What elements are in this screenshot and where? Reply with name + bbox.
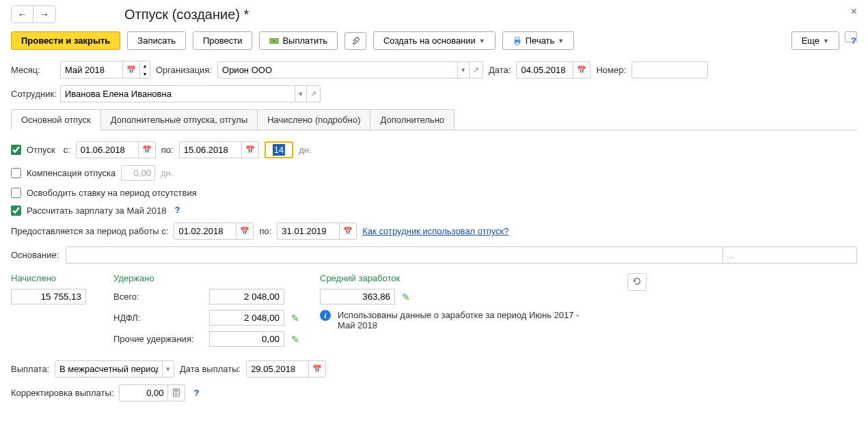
withheld-header: Удержано: [113, 273, 299, 283]
accrued-header: Начислено: [11, 273, 93, 283]
payout-date-label: Дата выплаты:: [180, 364, 241, 374]
org-input[interactable]: [218, 62, 457, 78]
tab-main-vacation[interactable]: Основной отпуск: [11, 109, 101, 130]
help-icon[interactable]: ?: [191, 388, 202, 399]
avg-earn-header: Средний заработок: [320, 273, 400, 283]
days-count-box[interactable]: 14: [265, 141, 293, 158]
help-icon[interactable]: ?: [172, 205, 182, 216]
calc-salary-label: Рассчитать зарплату за Май 2018: [27, 205, 166, 216]
compensation-unit: дн.: [161, 168, 173, 178]
calc-salary-checkbox[interactable]: [11, 205, 21, 216]
payout-input[interactable]: [55, 361, 162, 377]
calendar-icon[interactable]: 📅: [573, 62, 590, 78]
open-icon[interactable]: ↗: [306, 86, 320, 102]
calendar-icon[interactable]: 📅: [122, 61, 139, 78]
number-label: Номер:: [596, 65, 626, 75]
month-input-group: 📅 ▲ ▼: [60, 61, 150, 79]
close-icon[interactable]: ×: [851, 5, 857, 18]
back-button[interactable]: ←: [12, 6, 33, 23]
tab-extra[interactable]: Дополнительно: [370, 109, 455, 130]
pay-button[interactable]: Выплатить: [259, 31, 338, 50]
calculator-icon[interactable]: [167, 385, 185, 401]
post-button[interactable]: Провести: [193, 31, 253, 50]
info-text: Использованы данные о заработке за перио…: [338, 310, 584, 330]
pencil-icon[interactable]: ✎: [402, 292, 410, 302]
dropdown-icon[interactable]: ▾: [457, 62, 469, 78]
svg-point-1: [273, 40, 276, 42]
month-label: Месяц:: [11, 65, 55, 75]
chevron-down-icon: ▼: [823, 38, 829, 44]
total-label: Всего:: [113, 292, 202, 302]
print-button[interactable]: Печать ▼: [502, 31, 575, 50]
page-title: Отпуск (создание) *: [124, 7, 249, 23]
refresh-button[interactable]: [627, 273, 647, 291]
spinner-down[interactable]: ▼: [140, 70, 150, 78]
svg-rect-5: [174, 388, 180, 396]
org-label: Организация:: [156, 65, 212, 75]
calendar-icon[interactable]: 📅: [138, 142, 155, 158]
money-icon: [269, 36, 279, 46]
create-based-button[interactable]: Создать на основании ▼: [373, 31, 496, 50]
employee-input[interactable]: [61, 86, 295, 102]
info-icon: i: [320, 310, 331, 321]
dropdown-icon[interactable]: ▾: [295, 86, 306, 102]
save-button[interactable]: Записать: [127, 31, 186, 50]
date-input[interactable]: [517, 62, 573, 78]
svg-point-10: [175, 393, 176, 394]
date-label: Дата:: [489, 65, 511, 75]
ellipsis-icon[interactable]: …: [722, 247, 737, 263]
correction-label: Корректировка выплаты:: [11, 388, 113, 398]
more-button[interactable]: Еще ▼: [791, 31, 839, 50]
spinner-up[interactable]: ▲: [140, 61, 150, 70]
release-checkbox[interactable]: [11, 188, 21, 198]
calendar-icon[interactable]: 📅: [241, 142, 258, 158]
period-to-input[interactable]: [277, 223, 339, 239]
svg-rect-6: [175, 390, 178, 391]
avg-earn-value[interactable]: [320, 289, 395, 304]
release-label: Освободить ставку на период отсутствия: [27, 188, 197, 198]
pencil-icon[interactable]: ✎: [291, 334, 299, 345]
total-value[interactable]: [209, 289, 284, 304]
calendar-icon[interactable]: 📅: [308, 361, 325, 377]
correction-input[interactable]: [120, 385, 167, 401]
vacation-from-input[interactable]: [77, 142, 138, 158]
other-withheld-label: Прочие удержания:: [113, 334, 202, 344]
dropdown-icon[interactable]: ▾: [162, 361, 174, 377]
ndfl-value[interactable]: [209, 310, 284, 326]
forward-button[interactable]: →: [33, 6, 55, 23]
usage-link[interactable]: Как сотрудник использовал отпуск?: [362, 226, 508, 236]
open-icon[interactable]: ↗: [469, 62, 483, 78]
chevron-down-icon: ▼: [558, 38, 564, 44]
calendar-icon[interactable]: 📅: [339, 223, 356, 239]
compensation-input[interactable]: [121, 165, 155, 181]
tab-accrued[interactable]: Начислено (подробно): [257, 109, 370, 130]
vacation-checkbox[interactable]: [11, 145, 21, 155]
svg-point-12: [178, 393, 178, 394]
vacation-check-label: Отпуск: [27, 145, 55, 155]
post-and-close-button[interactable]: Провести и закрыть: [11, 31, 120, 50]
help-button[interactable]: ?: [845, 31, 857, 42]
tab-additional[interactable]: Дополнительные отпуска, отгулы: [100, 109, 258, 130]
accrued-value[interactable]: [11, 289, 86, 304]
compensation-checkbox[interactable]: [11, 168, 21, 178]
basis-label: Основание:: [11, 250, 60, 260]
number-input[interactable]: [632, 62, 707, 78]
nav-buttons: ← →: [11, 5, 56, 23]
other-withheld-value[interactable]: [209, 331, 284, 347]
period-label: Предоставляется за период работы с:: [11, 226, 168, 236]
calendar-icon[interactable]: 📅: [236, 223, 253, 239]
days-unit: дн.: [299, 145, 311, 155]
svg-point-9: [178, 393, 178, 393]
month-spinner: ▲ ▼: [139, 61, 150, 78]
svg-point-7: [175, 393, 176, 393]
svg-point-11: [176, 393, 177, 394]
pencil-icon[interactable]: ✎: [291, 313, 299, 324]
vacation-to-input[interactable]: [180, 142, 241, 158]
period-from-input[interactable]: [174, 223, 236, 239]
attach-button[interactable]: [344, 32, 366, 50]
ndfl-label: НДФЛ:: [113, 313, 202, 323]
month-input[interactable]: [61, 61, 122, 78]
basis-input[interactable]: [66, 247, 722, 263]
payout-date-input[interactable]: [247, 361, 308, 377]
compensation-label: Компенсация отпуска: [27, 168, 116, 178]
